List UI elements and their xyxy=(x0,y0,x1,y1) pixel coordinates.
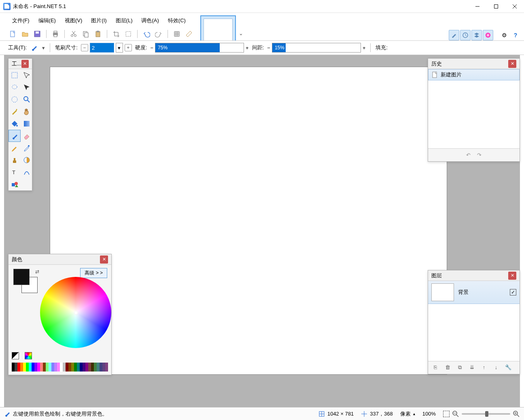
layer-visible-checkbox[interactable]: ✓ xyxy=(510,289,516,295)
cut-icon[interactable] xyxy=(69,29,78,39)
settings-icon[interactable]: ⚙ xyxy=(499,30,509,40)
spacing-plus[interactable]: + xyxy=(363,45,366,51)
pencil-tool[interactable] xyxy=(8,142,21,154)
palette-color[interactable] xyxy=(12,363,15,371)
layers-panel-close[interactable]: ✕ xyxy=(508,272,516,280)
spacing-slider[interactable]: 15% xyxy=(272,43,361,53)
rect-select-tool[interactable] xyxy=(8,69,21,81)
menu-view[interactable]: 视图(V) xyxy=(61,15,86,26)
grid-icon[interactable] xyxy=(172,29,182,39)
menu-adjust[interactable]: 调色(A) xyxy=(137,15,163,26)
undo-icon[interactable] xyxy=(142,29,151,39)
deselect-icon[interactable] xyxy=(123,29,133,39)
palette-color[interactable] xyxy=(34,363,37,371)
text-tool[interactable]: T xyxy=(8,166,21,178)
colors-toggle-icon[interactable] xyxy=(483,30,493,40)
palette-color[interactable] xyxy=(26,363,29,371)
history-redo-icon[interactable]: ↷ xyxy=(477,152,482,158)
palette-color[interactable] xyxy=(68,363,71,371)
palette-color[interactable] xyxy=(102,363,105,371)
move-up-icon[interactable]: ↑ xyxy=(479,363,489,372)
zoom-in-icon[interactable] xyxy=(513,410,520,418)
redo-icon[interactable] xyxy=(154,29,163,39)
history-toggle-icon[interactable] xyxy=(460,30,471,40)
palette-color[interactable] xyxy=(15,363,17,371)
palette-color[interactable] xyxy=(85,363,88,371)
brush-tool-icon[interactable] xyxy=(30,43,39,52)
palette-color[interactable] xyxy=(74,363,77,371)
zoom-tool[interactable] xyxy=(21,93,33,106)
ellipse-select-tool[interactable] xyxy=(8,93,21,106)
merge-down-icon[interactable]: ⇊ xyxy=(467,363,477,372)
palette-color[interactable] xyxy=(100,363,102,371)
palette-color[interactable] xyxy=(88,363,91,371)
lasso-tool[interactable] xyxy=(8,81,21,93)
palette-color[interactable] xyxy=(66,363,68,371)
palette-color[interactable] xyxy=(80,363,83,371)
color-wheel[interactable] xyxy=(40,277,111,348)
palette-color[interactable] xyxy=(83,363,85,371)
palette-color[interactable] xyxy=(91,363,94,371)
reset-colors-icon[interactable] xyxy=(12,352,19,359)
menu-image[interactable]: 图片(I) xyxy=(87,15,110,26)
paste-icon[interactable] xyxy=(93,29,103,39)
menu-effects[interactable]: 特效(C) xyxy=(164,15,190,26)
palette-color[interactable] xyxy=(49,363,51,371)
close-button[interactable] xyxy=(505,0,524,13)
palette-color[interactable] xyxy=(57,363,60,371)
menu-edit[interactable]: 编辑(E) xyxy=(34,15,60,26)
palette-color[interactable] xyxy=(20,363,23,371)
palette-color[interactable] xyxy=(71,363,74,371)
magic-wand-tool[interactable] xyxy=(8,106,21,118)
palette-color[interactable] xyxy=(40,363,43,371)
print-icon[interactable] xyxy=(51,29,60,39)
history-item[interactable]: 新建图片 xyxy=(428,69,520,80)
eraser-tool[interactable] xyxy=(21,130,33,142)
line-tool[interactable] xyxy=(21,166,33,178)
brush-size-plus[interactable]: + xyxy=(125,44,132,51)
advanced-button[interactable]: 高级 > > xyxy=(80,268,107,278)
gradient-tool[interactable] xyxy=(21,118,33,130)
hardness-minus[interactable]: − xyxy=(150,45,153,51)
palette-color[interactable] xyxy=(43,363,46,371)
palette-color[interactable] xyxy=(29,363,32,371)
tools-toggle-icon[interactable] xyxy=(449,30,459,40)
palette-color[interactable] xyxy=(94,363,97,371)
save-file-icon[interactable] xyxy=(32,29,42,39)
shapes-tool[interactable] xyxy=(8,178,21,190)
palette-color[interactable] xyxy=(23,363,26,371)
move-down-icon[interactable]: ↓ xyxy=(491,363,501,372)
hardness-plus[interactable]: + xyxy=(246,45,249,51)
layer-properties-icon[interactable]: 🔧 xyxy=(503,363,513,372)
move-selection-tool[interactable] xyxy=(21,69,33,81)
ruler-icon[interactable] xyxy=(184,29,194,39)
brush-size-minus[interactable]: − xyxy=(81,44,88,51)
palette-color[interactable] xyxy=(105,363,108,371)
palette-color[interactable] xyxy=(37,363,40,371)
paint-bucket-tool[interactable] xyxy=(8,118,21,130)
palette-color[interactable] xyxy=(51,363,54,371)
palette-color[interactable] xyxy=(46,363,49,371)
hardness-slider[interactable]: 75% xyxy=(155,43,244,53)
menu-file[interactable]: 文件(F) xyxy=(8,15,34,26)
menu-layer[interactable]: 图层(L) xyxy=(112,15,137,26)
move-pixels-tool[interactable] xyxy=(21,81,33,93)
zoom-out-icon[interactable] xyxy=(452,410,459,418)
swap-colors-icon[interactable]: ⇄ xyxy=(35,269,39,274)
thumbnail-dropdown-icon[interactable]: ⌄ xyxy=(238,30,244,36)
clone-stamp-tool[interactable] xyxy=(8,154,21,166)
color-wheel-cursor[interactable] xyxy=(74,311,78,315)
new-file-icon[interactable] xyxy=(8,29,18,39)
spacing-minus[interactable]: − xyxy=(267,45,270,51)
zoom-slider[interactable] xyxy=(462,413,510,415)
color-picker-tool[interactable] xyxy=(21,142,33,154)
palette-color[interactable] xyxy=(32,363,34,371)
recolor-tool[interactable] xyxy=(21,154,33,166)
units-selector[interactable]: 像素 ▴ xyxy=(400,410,415,418)
palette-color[interactable] xyxy=(97,363,100,371)
palette-color[interactable] xyxy=(17,363,20,371)
layer-row[interactable]: 背景 ✓ xyxy=(428,281,520,304)
history-panel-close[interactable]: ✕ xyxy=(508,60,516,68)
colors-panel-close[interactable]: ✕ xyxy=(100,255,108,264)
layers-toggle-icon[interactable] xyxy=(471,30,482,40)
